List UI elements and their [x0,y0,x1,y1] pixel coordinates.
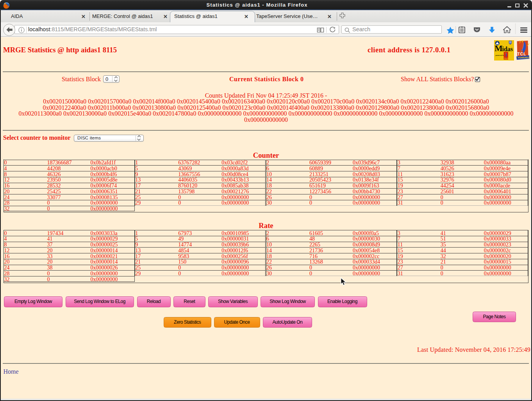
svg-text:idas: idas [502,46,513,52]
svg-text:TCL/TK: TCL/TK [504,58,509,59]
svg-text:M: M [495,43,503,53]
svg-text:powered by: powered by [496,54,505,56]
svg-text:TCL: TCL [518,52,527,56]
svg-text:POWERED: POWERED [518,56,529,59]
